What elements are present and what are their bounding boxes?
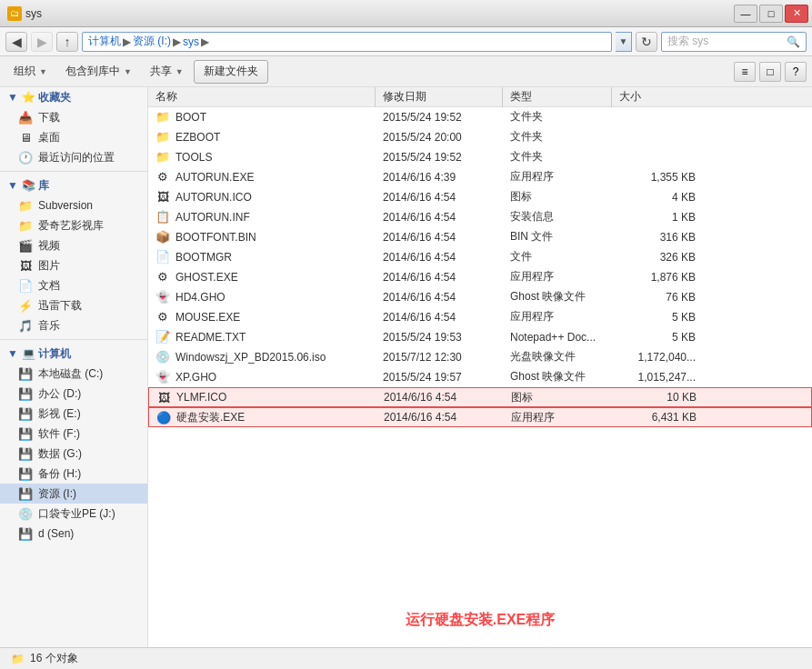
file-name: TOOLS: [175, 151, 212, 164]
path-dropdown[interactable]: ▼: [616, 32, 632, 52]
table-row[interactable]: 👻 XP.GHO 2015/5/24 19:57 Ghost 映像文件 1,01…: [148, 367, 812, 387]
sidebar-item-d[interactable]: 💾 办公 (D:): [0, 384, 147, 404]
file-date-cell: 2015/7/12 12:30: [376, 347, 503, 367]
window-controls[interactable]: — □ ✕: [734, 5, 808, 23]
table-row[interactable]: ⚙ MOUSE.EXE 2014/6/16 4:54 应用程序 5 KB: [148, 307, 812, 327]
file-type-cell: Notepad++ Doc...: [503, 327, 612, 347]
sidebar-item-e[interactable]: 💾 影视 (E:): [0, 404, 147, 424]
sidebar-item-h[interactable]: 💾 备份 (H:): [0, 464, 147, 484]
file-size-cell: 6,431 KB: [613, 407, 704, 427]
new-folder-button[interactable]: 新建文件夹: [194, 60, 268, 84]
table-row[interactable]: 🖼 AUTORUN.ICO 2014/6/16 4:54 图标 4 KB: [148, 187, 812, 207]
sidebar-item-desktop[interactable]: 🖥 桌面: [0, 127, 147, 147]
table-row[interactable]: 🖼 YLMF.ICO 2014/6/16 4:54 图标 10 KB: [148, 387, 812, 407]
view-toggle-button[interactable]: ≡: [734, 62, 756, 82]
file-size-cell: 10 KB: [613, 387, 704, 407]
sidebar-item-i[interactable]: 💾 资源 (I:): [0, 484, 147, 504]
file-name-cell: ⚙ AUTORUN.EXE: [148, 167, 376, 187]
favorites-section: ▼ ⭐ 收藏夹 📥 下载 🖥 桌面 🕐 最近访问的位置: [0, 87, 147, 167]
table-row[interactable]: 📝 README.TXT 2015/5/24 19:53 Notepad++ D…: [148, 327, 812, 347]
column-type[interactable]: 类型: [503, 87, 612, 107]
file-type-cell: 图标: [504, 387, 613, 407]
table-row[interactable]: 📦 BOOTFONT.BIN 2014/6/16 4:54 BIN 文件 316…: [148, 227, 812, 247]
status-count: 16 个对象: [30, 651, 78, 666]
file-name-cell: 📁 TOOLS: [148, 147, 376, 167]
column-size[interactable]: 大小: [612, 87, 703, 107]
address-path[interactable]: 计算机 ▶ 资源 (I:) ▶ sys ▶: [82, 32, 612, 52]
share-button[interactable]: 共享 ▼: [142, 60, 192, 84]
table-row[interactable]: ⚙ AUTORUN.EXE 2014/6/16 4:39 应用程序 1,355 …: [148, 167, 812, 187]
file-icon: 🖼: [156, 390, 171, 404]
file-type-cell: 光盘映像文件: [503, 347, 612, 367]
sidebar-item-j[interactable]: 💿 口袋专业PE (J:): [0, 504, 147, 524]
file-icon: 📄: [155, 250, 170, 265]
up-button[interactable]: ↑: [56, 32, 78, 52]
file-list-area: 名称 修改日期 类型 大小 📁 BOOT 2015/5/24 19:52 文件夹: [148, 87, 812, 647]
organize-button[interactable]: 组织 ▼: [5, 60, 55, 84]
sidebar-item-pictures[interactable]: 🖼 图片: [0, 255, 147, 275]
sidebar-item-g[interactable]: 💾 数据 (G:): [0, 444, 147, 464]
column-name[interactable]: 名称: [148, 87, 376, 107]
music-icon: 🎵: [18, 318, 33, 333]
file-name-cell: 📁 BOOT: [148, 107, 376, 127]
pictures-icon: 🖼: [18, 258, 33, 273]
path-drive[interactable]: 资源 (I:): [133, 34, 171, 49]
table-row[interactable]: 📄 BOOTMGR 2014/6/16 4:54 文件 326 KB: [148, 247, 812, 267]
file-name: README.TXT: [175, 331, 246, 344]
sidebar-item-thunder[interactable]: ⚡ 迅雷下载: [0, 295, 147, 315]
file-type-cell: 应用程序: [503, 167, 612, 187]
path-folder[interactable]: sys: [183, 35, 199, 48]
search-icon[interactable]: 🔍: [787, 35, 800, 48]
refresh-button[interactable]: ↻: [636, 32, 657, 52]
file-type-cell: 应用程序: [504, 407, 613, 427]
forward-button[interactable]: ▶: [31, 32, 53, 52]
sidebar-item-d-sen[interactable]: 💾 d (Sen): [0, 524, 147, 544]
table-row[interactable]: 🔵 硬盘安装.EXE 2014/6/16 4:54 应用程序 6,431 KB: [148, 407, 812, 427]
help-button[interactable]: ?: [785, 62, 807, 82]
sidebar: ▼ ⭐ 收藏夹 📥 下载 🖥 桌面 🕐 最近访问的位置 ▼ 📚 库: [0, 87, 148, 647]
sidebar-item-music[interactable]: 🎵 音乐: [0, 315, 147, 335]
file-name: BOOTMGR: [175, 251, 232, 264]
table-row[interactable]: 📁 EZBOOT 2015/5/24 20:00 文件夹: [148, 127, 812, 147]
table-row[interactable]: 📁 BOOT 2015/5/24 19:52 文件夹: [148, 107, 812, 127]
add-to-library-button[interactable]: 包含到库中 ▼: [57, 60, 140, 84]
path-computer[interactable]: 计算机: [88, 34, 121, 49]
table-row[interactable]: ⚙ GHOST.EXE 2014/6/16 4:54 应用程序 1,876 KB: [148, 267, 812, 287]
file-size-cell: 76 KB: [612, 287, 703, 307]
table-row[interactable]: 👻 HD4.GHO 2014/6/16 4:54 Ghost 映像文件 76 K…: [148, 287, 812, 307]
sidebar-item-video[interactable]: 🎬 视频: [0, 235, 147, 255]
table-row[interactable]: 📋 AUTORUN.INF 2014/6/16 4:54 安装信息 1 KB: [148, 207, 812, 227]
main-layout: ▼ ⭐ 收藏夹 📥 下载 🖥 桌面 🕐 最近访问的位置 ▼ 📚 库: [0, 87, 812, 647]
file-name: HD4.GHO: [175, 291, 226, 304]
computer-section: ▼ 💻 计算机 💾 本地磁盘 (C:) 💾 办公 (D:) 💾 影视 (E:) …: [0, 344, 147, 544]
file-icon: 🔵: [156, 410, 171, 424]
sidebar-item-recent[interactable]: 🕐 最近访问的位置: [0, 147, 147, 167]
close-button[interactable]: ✕: [785, 5, 808, 23]
drive-c-icon: 💾: [18, 366, 33, 381]
table-row[interactable]: 📁 TOOLS 2015/5/24 19:52 文件夹: [148, 147, 812, 167]
sidebar-item-f[interactable]: 💾 软件 (F:): [0, 424, 147, 444]
sidebar-item-docs[interactable]: 📄 文档: [0, 275, 147, 295]
sidebar-item-iqiyi[interactable]: 📁 爱奇艺影视库: [0, 215, 147, 235]
sidebar-item-c[interactable]: 💾 本地磁盘 (C:): [0, 364, 147, 384]
file-size-cell: 5 KB: [612, 307, 703, 327]
sidebar-item-downloads[interactable]: 📥 下载: [0, 107, 147, 127]
file-size-cell: 326 KB: [612, 247, 703, 267]
file-name: Windowszj_XP_BD2015.06.iso: [175, 351, 326, 364]
sidebar-item-subversion[interactable]: 📁 Subversion: [0, 195, 147, 215]
search-box[interactable]: 搜索 sys 🔍: [661, 32, 807, 52]
column-date[interactable]: 修改日期: [376, 87, 503, 107]
preview-pane-button[interactable]: □: [759, 62, 781, 82]
maximize-button[interactable]: □: [759, 5, 783, 23]
file-name-cell: 📦 BOOTFONT.BIN: [148, 227, 376, 247]
file-icon: 💿: [155, 350, 170, 364]
favorites-header[interactable]: ▼ ⭐ 收藏夹: [0, 87, 147, 107]
minimize-button[interactable]: —: [734, 5, 757, 23]
library-header[interactable]: ▼ 📚 库: [0, 175, 147, 195]
file-name-cell: 🖼 YLMF.ICO: [149, 387, 376, 407]
table-row[interactable]: 💿 Windowszj_XP_BD2015.06.iso 2015/7/12 1…: [148, 347, 812, 367]
file-size-cell: 1 KB: [612, 207, 703, 227]
back-button[interactable]: ◀: [5, 32, 27, 52]
file-icon: 📝: [155, 330, 170, 344]
computer-header[interactable]: ▼ 💻 计算机: [0, 344, 147, 364]
